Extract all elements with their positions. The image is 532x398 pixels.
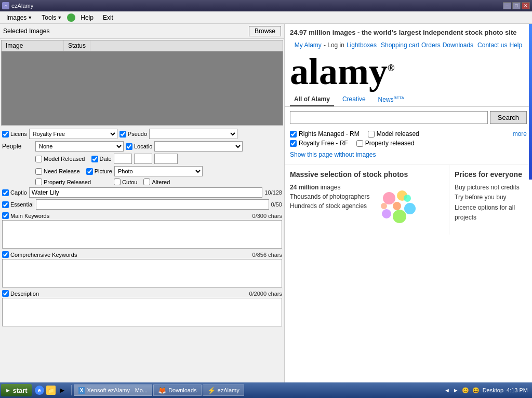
taskbar-item-downloads-label: Downloads <box>168 387 196 393</box>
date-checkbox-label[interactable]: Date <box>91 156 112 162</box>
description-count: 0/2000 chars <box>249 291 282 297</box>
table-body <box>2 51 283 123</box>
alamy-tagline: 24.97 million images - the world's large… <box>290 28 527 37</box>
date-month-input[interactable]: 09 <box>134 154 152 164</box>
pseudo-checkbox-label[interactable]: Pseudo <box>119 131 147 138</box>
filter-property-label: Property released <box>365 140 415 147</box>
main-keywords-input[interactable] <box>2 220 282 249</box>
filter-rf-label: Royalty Free - RF <box>299 140 348 147</box>
nav-shopping-cart[interactable]: Shopping cart <box>381 42 419 49</box>
description-input[interactable] <box>2 298 282 326</box>
filter-rf-checkbox[interactable] <box>290 140 297 147</box>
svg-point-3 <box>393 210 406 223</box>
menu-tools[interactable]: Tools ▼ <box>37 13 66 22</box>
caption-checkbox-label[interactable]: Captio <box>2 189 27 196</box>
taskbar-arrows-right[interactable]: ► <box>453 387 459 393</box>
minimize-button[interactable]: – <box>503 2 511 9</box>
people-select[interactable]: None 1 Person <box>35 141 124 152</box>
start-button[interactable]: ► start <box>1 384 32 396</box>
picture-checkbox[interactable] <box>86 168 93 175</box>
pseudo-select[interactable] <box>149 129 237 139</box>
location-checkbox[interactable] <box>126 143 132 150</box>
taskbar-arrows-left[interactable]: ◄ <box>444 387 450 393</box>
menu-help[interactable]: Help <box>76 13 98 22</box>
tab-creative[interactable]: Creative <box>338 93 370 106</box>
green-btn-icon[interactable] <box>67 13 75 22</box>
close-button[interactable]: ✕ <box>522 2 530 9</box>
picture-checkbox-label[interactable]: Picture <box>86 168 112 175</box>
nav-my-alamy[interactable]: My Alamy <box>295 42 322 49</box>
location-select[interactable] <box>154 141 243 152</box>
taskbar-item-xensoft-icon: X <box>78 387 85 394</box>
search-tabs: All of Alamy Creative NewsBETA <box>285 90 532 107</box>
svg-point-7 <box>381 203 387 209</box>
menu-exit[interactable]: Exit <box>99 13 117 22</box>
altered-checkbox[interactable] <box>143 179 150 185</box>
menu-images[interactable]: Images ▼ <box>2 13 36 22</box>
more-filters-link[interactable]: more <box>513 130 527 138</box>
need-release-label[interactable]: Need Release <box>35 168 80 175</box>
taskbar-ie-icon[interactable]: e <box>35 386 44 395</box>
property-released-checkbox[interactable] <box>35 179 42 185</box>
promo-content: 24 million images Thousands of photograp… <box>290 183 444 229</box>
comp-keywords-checkbox[interactable] <box>2 251 9 258</box>
nav-contact-us[interactable]: Contact us <box>477 42 507 49</box>
comp-keywords-checkbox-label[interactable]: Comprehensive Keywords <box>2 251 77 258</box>
taskbar-folder-icon[interactable]: 📁 <box>46 386 56 395</box>
taskbar-item-firefox[interactable]: 🦊 Downloads <box>153 385 201 396</box>
essential-checkbox[interactable] <box>2 201 9 208</box>
browse-button[interactable]: Browse <box>249 26 281 36</box>
taskbar-item-ezalamy[interactable]: X Xensoft ezAlamy - Mo... <box>74 385 152 396</box>
altered-label[interactable]: Altered <box>143 179 170 185</box>
model-released-checkbox[interactable] <box>35 156 42 162</box>
tab-all-of-alamy[interactable]: All of Alamy <box>290 93 334 106</box>
taskbar-item-ezalamy-2[interactable]: ⚡ ezAlamy <box>203 385 244 396</box>
license-checkbox[interactable] <box>2 131 9 138</box>
search-button[interactable]: Search <box>490 111 527 124</box>
description-checkbox-label[interactable]: Description <box>2 290 39 297</box>
comp-keywords-input[interactable] <box>2 259 282 287</box>
location-checkbox-label[interactable]: Locatio <box>126 143 152 150</box>
search-input[interactable] <box>290 111 488 124</box>
license-checkbox-label[interactable]: Licens <box>2 131 27 138</box>
promo-flowers-image <box>374 183 420 229</box>
taskbar-extra-icon[interactable]: ▶ <box>58 386 67 395</box>
cutout-label[interactable]: Cutou <box>114 179 137 185</box>
caption-checkbox[interactable] <box>2 189 9 196</box>
filter-rm-checkbox[interactable] <box>290 131 297 138</box>
nav-help[interactable]: Help <box>509 42 522 49</box>
model-released-label[interactable]: Model Released <box>35 156 85 162</box>
image-table-container: Image Status <box>1 40 283 126</box>
essential-checkbox-label[interactable]: Essential <box>2 201 34 208</box>
caption-input[interactable] <box>29 187 263 198</box>
nav-downloads[interactable]: Downloads <box>443 42 473 49</box>
filter-model-label: Model released <box>377 130 419 138</box>
picture-select[interactable]: Photo Vector <box>114 166 203 176</box>
col-image: Image <box>2 40 64 51</box>
essential-input[interactable] <box>36 199 269 210</box>
main-keywords-checkbox-label[interactable]: Main Keywords <box>2 212 49 219</box>
filter-model-checkbox[interactable] <box>368 131 375 138</box>
date-year-input[interactable]: 2006 <box>154 154 178 164</box>
description-section: Description 0/2000 chars <box>2 289 282 328</box>
filter-property-checkbox[interactable] <box>356 140 363 147</box>
date-checkbox[interactable] <box>91 156 98 162</box>
tab-news[interactable]: NewsBETA <box>374 93 408 106</box>
show-page-link[interactable]: Show this page without images <box>285 149 532 162</box>
svg-point-2 <box>404 203 416 214</box>
need-release-checkbox[interactable] <box>35 168 42 175</box>
filter-model: Model released <box>368 130 419 138</box>
comp-keywords-section: Comprehensive Keywords 0/856 chars <box>2 250 282 289</box>
date-day-input[interactable]: 11 <box>114 154 132 164</box>
maximize-button[interactable]: □ <box>512 2 521 9</box>
cutout-checkbox[interactable] <box>114 179 121 185</box>
property-released-label[interactable]: Property Released <box>35 179 91 185</box>
pseudo-checkbox[interactable] <box>119 131 126 138</box>
nav-orders[interactable]: Orders <box>421 42 441 49</box>
description-checkbox[interactable] <box>2 290 9 297</box>
main-keywords-checkbox[interactable] <box>2 212 9 219</box>
nav-lightboxes[interactable]: Lightboxes <box>347 42 377 49</box>
license-select[interactable]: Royalty Free Rights Managed <box>29 129 117 139</box>
taskbar-ezalamy-icon: ⚡ <box>207 387 216 394</box>
price-item-1: Buy pictures not credits <box>455 183 527 193</box>
